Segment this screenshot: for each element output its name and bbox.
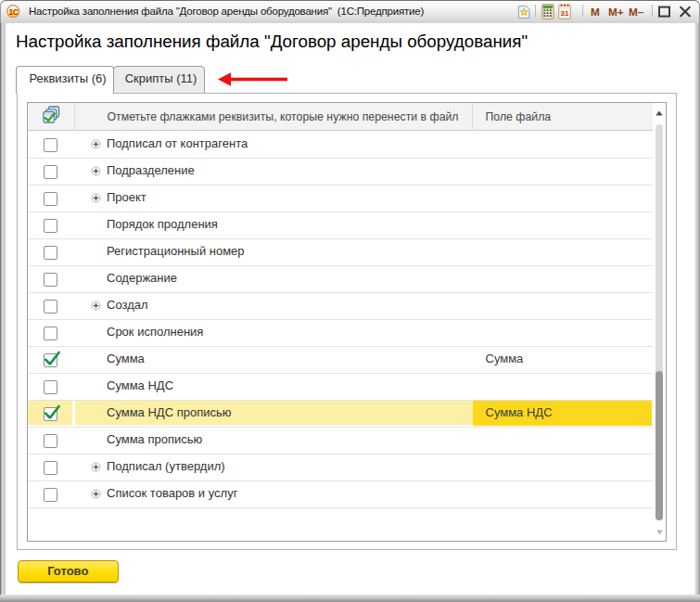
svg-text:1С: 1С — [8, 7, 18, 17]
svg-text:31: 31 — [561, 9, 569, 18]
